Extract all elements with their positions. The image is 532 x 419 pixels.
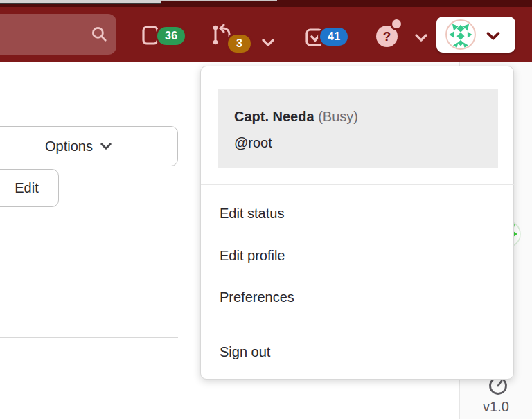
user-info-box: Capt. Needa (Busy) @root (218, 89, 498, 168)
notification-dot-icon (390, 17, 403, 30)
merge-requests-button[interactable]: 3 (212, 24, 278, 48)
user-avatar-icon (445, 19, 476, 50)
menu-item-edit-profile[interactable]: Edit profile (220, 247, 497, 265)
user-username: @root (234, 130, 498, 156)
issues-button[interactable]: 36 (142, 26, 201, 48)
screen: v1.0 Options Edit Capt. Needa (Busy) @ro… (0, 0, 532, 419)
user-name: Capt. Needa (234, 109, 314, 124)
top-navbar: 36 3 41 (0, 7, 532, 62)
menu-divider (201, 323, 515, 323)
search-input[interactable] (0, 14, 116, 55)
menu-item-preferences[interactable]: Preferences (220, 288, 497, 306)
chevron-down-icon (414, 33, 428, 46)
options-button[interactable]: Options (0, 126, 178, 166)
user-status: (Busy) (318, 109, 358, 124)
user-dropdown-menu: Capt. Needa (Busy) @root Edit status Edi… (200, 66, 514, 380)
options-button-label: Options (45, 139, 93, 154)
chevron-down-icon (100, 139, 112, 154)
menu-item-edit-status[interactable]: Edit status (220, 204, 497, 222)
help-button[interactable]: ? (376, 26, 430, 51)
search-icon (90, 25, 108, 43)
version-label: v1.0 (459, 399, 532, 415)
issues-count-badge: 36 (157, 27, 185, 45)
chevron-down-icon (486, 31, 501, 44)
todos-count-badge: 41 (320, 28, 348, 46)
menu-item-sign-out[interactable]: Sign out (220, 343, 497, 361)
menu-divider (201, 184, 515, 185)
window-chrome-line (161, 0, 277, 1)
help-glyph: ? (383, 29, 391, 44)
content-divider (0, 337, 178, 338)
edit-button-label: Edit (15, 180, 38, 196)
edit-button[interactable]: Edit (0, 169, 59, 207)
user-menu-button[interactable] (436, 17, 515, 53)
merge-requests-count-badge: 3 (228, 35, 251, 53)
issues-icon (142, 26, 159, 45)
chevron-down-icon (261, 38, 275, 51)
todos-button[interactable]: 41 (305, 26, 364, 48)
user-name-line: Capt. Needa (Busy) (234, 103, 498, 130)
window-chrome-bar (0, 0, 161, 4)
